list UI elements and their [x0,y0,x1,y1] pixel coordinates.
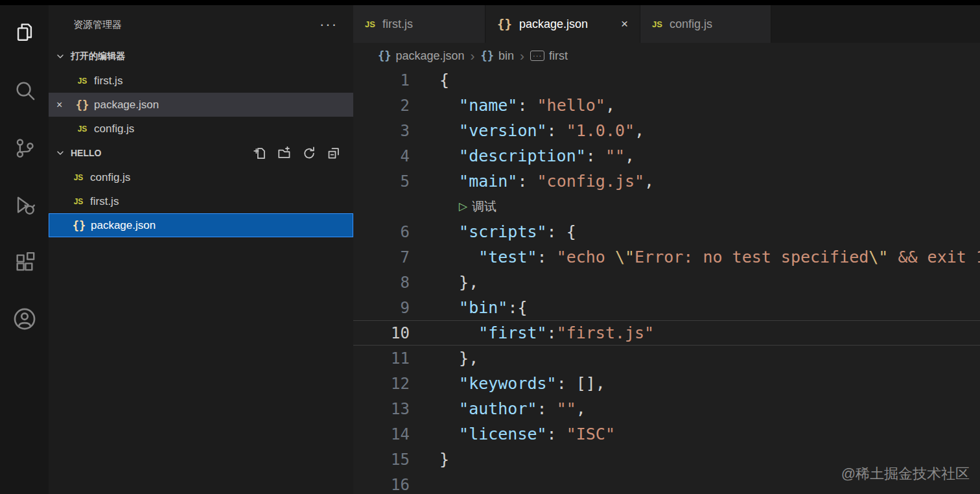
breadcrumb-separator: › [520,48,524,64]
code-token: Error: no test specified [635,248,869,266]
search-icon[interactable] [0,65,49,115]
tab-first.js[interactable]: JSfirst.js [353,5,485,43]
codelens-row: ▷调试 [353,194,980,219]
code-line-7[interactable]: 7 "test": "echo \"Error: no test specifi… [353,244,980,270]
code-token: { [566,222,576,241]
tab-config.js[interactable]: JSconfig.js [640,5,771,43]
refresh-icon[interactable] [303,147,316,159]
new-folder-icon[interactable] [278,147,291,159]
code-token [439,399,459,418]
code-token: \" [615,248,635,266]
breadcrumb-item-package.json[interactable]: {}package.json [378,49,465,63]
code-token: : [547,425,566,443]
code-line-1[interactable]: 1{ [353,67,980,93]
code-text: "bin":{ [439,298,528,317]
chevron-down-icon [55,148,65,158]
folder-section-header[interactable]: HELLO [49,141,353,165]
editor[interactable]: 1{2 "name": "hello",3 "version": "1.0.0"… [353,67,980,494]
code-token: "main" [459,172,517,191]
file-first.js[interactable]: JSfirst.js [49,189,353,213]
breadcrumb-item-bin[interactable]: {}bin [481,49,515,63]
code-line-14[interactable]: 14 "license": "ISC" [353,421,980,447]
code-line-4[interactable]: 4 "description": "", [353,143,980,169]
close-icon[interactable]: × [49,99,72,111]
code-line-8[interactable]: 8 }, [353,270,980,295]
tab-label: package.json [519,18,588,31]
code-token: : [547,121,566,140]
line-number: 6 [353,223,410,241]
new-file-icon[interactable] [253,147,266,159]
code-area: 1{2 "name": "hello",3 "version": "1.0.0"… [353,67,980,494]
js-file-icon: JS [652,19,662,29]
file-package.json[interactable]: {}package.json [49,213,353,237]
json-icon: {} [378,49,391,62]
code-token [439,425,459,443]
code-token: "first" [478,323,546,342]
more-actions-icon[interactable]: ··· [320,21,338,28]
js-file-icon: JS [68,173,89,182]
code-token: }, [439,349,478,368]
collapse-all-icon[interactable] [327,147,340,159]
code-line-3[interactable]: 3 "version": "1.0.0", [353,118,980,143]
code-line-10[interactable]: 10 "first":"first.js" [353,320,980,346]
activity-bar [0,5,49,494]
code-token: "config.js" [537,172,645,191]
code-line-11[interactable]: 11 }, [353,346,980,371]
code-text: "description": "", [439,147,635,165]
line-number: 3 [353,122,410,140]
code-line-2[interactable]: 2 "name": "hello", [353,93,980,118]
js-file-icon: JS [68,197,89,206]
code-token [439,374,459,393]
close-icon[interactable]: × [621,17,628,31]
explorer-icon[interactable] [0,6,49,57]
code-token [439,172,459,191]
code-token: , [644,172,654,191]
symbol-icon: ··· [530,51,544,61]
line-number: 8 [353,274,410,292]
code-text: "keywords": [], [439,374,605,393]
run-debug-icon[interactable] [0,180,49,230]
play-icon: ▷ [459,200,467,213]
title-bar [0,0,980,5]
code-line-13[interactable]: 13 "author": "", [353,396,980,421]
line-number: 13 [353,400,410,418]
codelens-debug[interactable]: ▷调试 [459,198,496,215]
json-icon: {} [481,49,494,62]
code-text: "first":"first.js" [439,323,654,342]
code-token [439,147,459,165]
breadcrumb-label: bin [498,49,514,63]
code-line-9[interactable]: 9 "bin":{ [353,295,980,320]
code-text: "main": "config.js", [439,172,654,191]
code-token [439,222,459,241]
breadcrumb-separator: › [471,48,475,64]
source-control-icon[interactable] [0,123,49,173]
sidebar-header: 资源管理器 ··· [49,5,353,44]
json-file-icon: {} [72,99,93,112]
code-token: "scripts" [459,222,546,241]
account-icon[interactable] [0,294,49,344]
code-line-5[interactable]: 5 "main": "config.js", [353,169,980,194]
code-text: }, [439,349,478,368]
watermark: @稀土掘金技术社区 [841,464,970,484]
extensions-icon[interactable] [0,237,49,288]
line-number: 1 [353,71,410,89]
code-token: && exit 1" [888,248,980,266]
open-editor-config.js[interactable]: JSconfig.js [49,117,353,141]
json-file-icon: {} [69,219,89,232]
breadcrumb-item-first[interactable]: ···first [530,49,568,63]
code-token: "keywords" [459,374,557,393]
code-token: "1.0.0" [566,121,635,140]
sidebar-title: 资源管理器 [73,19,122,31]
tab-bar: JSfirst.js{}package.json×JSconfig.js [353,5,980,43]
line-number: 16 [353,476,410,494]
code-line-6[interactable]: 6 "scripts": { [353,219,980,244]
open-editors-section-header[interactable]: 打开的编辑器 [49,44,353,69]
line-number: 14 [353,425,410,443]
open-editor-first.js[interactable]: JSfirst.js [49,69,353,93]
code-text: } [439,450,449,469]
file-config.js[interactable]: JSconfig.js [49,165,353,189]
tab-package.json[interactable]: {}package.json× [485,5,640,43]
code-line-12[interactable]: 12 "keywords": [], [353,371,980,396]
open-editor-package.json[interactable]: ×{}package.json [49,93,353,117]
line-number: 10 [353,324,410,342]
